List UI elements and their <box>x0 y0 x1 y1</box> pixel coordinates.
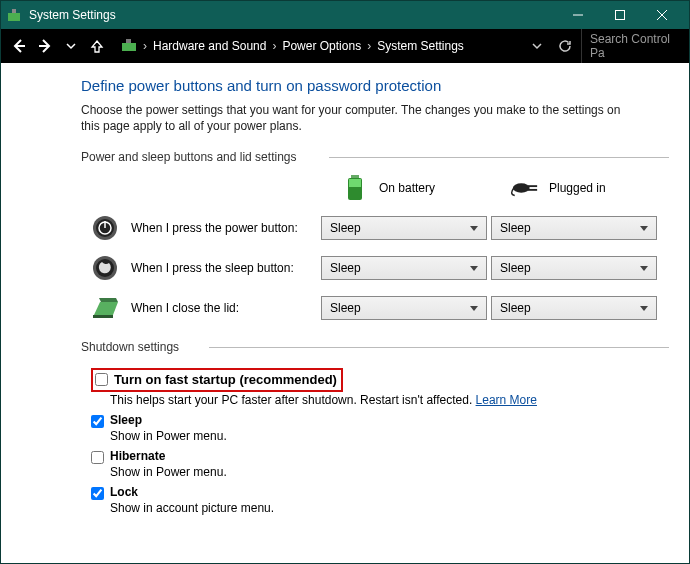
maximize-button[interactable] <box>599 1 641 29</box>
sleep-checkbox[interactable] <box>91 415 104 428</box>
breadcrumb-icon <box>121 38 137 55</box>
svg-rect-3 <box>616 11 625 20</box>
lock-label: Lock <box>110 485 138 499</box>
breadcrumb[interactable]: › Hardware and Sound › Power Options › S… <box>113 38 521 55</box>
chevron-right-icon: › <box>272 39 276 53</box>
app-icon <box>7 8 21 22</box>
power-button-label: When I press the power button: <box>131 221 298 235</box>
page-title: Define power buttons and turn on passwor… <box>81 77 669 94</box>
section-shutdown-label: Shutdown settings <box>81 340 669 354</box>
battery-icon <box>341 174 369 202</box>
search-input[interactable]: Search Control Pa <box>581 29 681 63</box>
svg-rect-15 <box>528 189 537 191</box>
svg-rect-14 <box>528 186 537 188</box>
breadcrumb-item[interactable]: System Settings <box>377 39 464 53</box>
svg-rect-1 <box>12 9 16 13</box>
page-description: Choose the power settings that you want … <box>81 102 641 134</box>
back-button[interactable] <box>9 36 29 56</box>
lid-icon <box>91 294 119 322</box>
column-on-battery: On battery <box>379 181 435 195</box>
sleep-button-plugged-select[interactable]: Sleep <box>491 256 657 280</box>
forward-button[interactable] <box>35 36 55 56</box>
lock-sub: Show in account picture menu. <box>110 501 669 515</box>
fast-startup-label: Turn on fast startup (recommended) <box>114 372 337 387</box>
up-button[interactable] <box>87 36 107 56</box>
breadcrumb-item[interactable]: Power Options <box>282 39 361 53</box>
column-plugged-in: Plugged in <box>549 181 606 195</box>
history-dropdown[interactable] <box>61 36 81 56</box>
fast-startup-highlight: Turn on fast startup (recommended) <box>91 368 343 392</box>
hibernate-label: Hibernate <box>110 449 165 463</box>
svg-rect-0 <box>8 13 20 21</box>
window-title: System Settings <box>29 8 116 22</box>
breadcrumb-dropdown[interactable] <box>527 36 547 56</box>
sleep-button-battery-select[interactable]: Sleep <box>321 256 487 280</box>
titlebar: System Settings <box>1 1 689 29</box>
learn-more-link[interactable]: Learn More <box>476 393 537 407</box>
chevron-right-icon: › <box>367 39 371 53</box>
svg-point-13 <box>513 184 530 193</box>
lock-checkbox[interactable] <box>91 487 104 500</box>
sleep-sub: Show in Power menu. <box>110 429 669 443</box>
power-button-icon <box>91 214 119 242</box>
lid-label: When I close the lid: <box>131 301 239 315</box>
minimize-button[interactable] <box>557 1 599 29</box>
search-placeholder: Search Control Pa <box>590 32 673 60</box>
content: Define power buttons and turn on passwor… <box>1 63 689 563</box>
svg-rect-10 <box>351 175 359 178</box>
lid-plugged-select[interactable]: Sleep <box>491 296 657 320</box>
lid-battery-select[interactable]: Sleep <box>321 296 487 320</box>
fast-startup-checkbox[interactable] <box>95 373 108 386</box>
power-button-battery-select[interactable]: Sleep <box>321 216 487 240</box>
sleep-label: Sleep <box>110 413 142 427</box>
hibernate-checkbox[interactable] <box>91 451 104 464</box>
refresh-button[interactable] <box>555 36 575 56</box>
fast-startup-sub: This helps start your PC faster after sh… <box>110 393 476 407</box>
breadcrumb-item[interactable]: Hardware and Sound <box>153 39 266 53</box>
svg-rect-12 <box>349 179 361 187</box>
power-button-plugged-select[interactable]: Sleep <box>491 216 657 240</box>
svg-rect-9 <box>126 39 131 43</box>
window: System Settings <box>0 0 690 564</box>
chevron-right-icon: › <box>143 39 147 53</box>
svg-rect-8 <box>122 43 136 51</box>
navbar: › Hardware and Sound › Power Options › S… <box>1 29 689 63</box>
sleep-button-icon <box>91 254 119 282</box>
section-power-buttons-label: Power and sleep buttons and lid settings <box>81 150 669 164</box>
sleep-button-label: When I press the sleep button: <box>131 261 294 275</box>
close-button[interactable] <box>641 1 683 29</box>
hibernate-sub: Show in Power menu. <box>110 465 669 479</box>
plugged-icon <box>511 174 539 202</box>
